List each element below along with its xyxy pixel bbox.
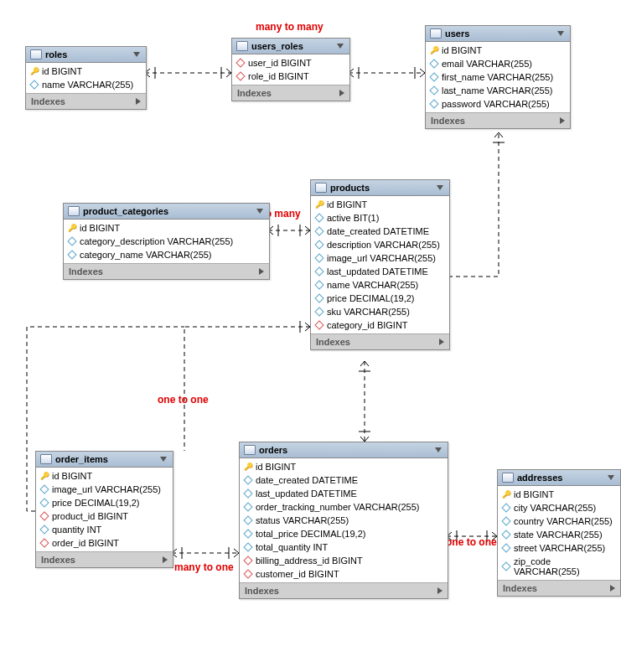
table-addresses[interactable]: addresses id BIGINT city VARCHAR(255) co… xyxy=(497,469,621,597)
diamond-icon xyxy=(40,499,49,507)
diamond-icon xyxy=(430,86,438,95)
diamond-icon xyxy=(244,476,252,484)
column-row: category_id BIGINT xyxy=(311,318,449,332)
chevron-down-icon[interactable] xyxy=(160,457,167,462)
chevron-right-icon xyxy=(339,90,344,96)
column-row: id BIGINT xyxy=(36,469,173,483)
table-columns: id BIGINT image_url VARCHAR(255) price D… xyxy=(36,468,173,551)
key-icon xyxy=(68,224,76,232)
indexes-footer[interactable]: Indexes xyxy=(36,551,173,567)
diamond-icon xyxy=(315,281,323,289)
column-row: product_id BIGINT xyxy=(36,509,173,523)
column-row: id BIGINT xyxy=(240,460,448,473)
table-columns: id BIGINT city VARCHAR(255) country VARC… xyxy=(498,486,620,580)
column-row: price DECIMAL(19,2) xyxy=(311,292,449,305)
table-title: addresses xyxy=(517,473,562,483)
diamond-icon xyxy=(40,512,49,520)
table-product-categories[interactable]: product_categories id BIGINT category_de… xyxy=(63,203,270,280)
er-diagram-canvas: many to many one to many one to one many… xyxy=(0,0,621,672)
indexes-footer[interactable]: Indexes xyxy=(26,93,146,109)
table-icon xyxy=(236,41,248,51)
column-row: order_id BIGINT xyxy=(36,536,173,550)
chevron-right-icon xyxy=(259,268,264,275)
column-row: id BIGINT xyxy=(64,221,269,235)
column-row: last_name VARCHAR(255) xyxy=(426,84,570,97)
chevron-down-icon[interactable] xyxy=(557,31,564,36)
column-row: image_url VARCHAR(255) xyxy=(36,483,173,496)
table-columns: id BIGINT email VARCHAR(255) first_name … xyxy=(426,42,570,112)
column-row: price DECIMAL(19,2) xyxy=(36,496,173,509)
table-title: roles xyxy=(45,49,67,59)
key-icon xyxy=(430,46,438,54)
column-row: status VARCHAR(255) xyxy=(240,514,448,527)
column-row: image_url VARCHAR(255) xyxy=(311,251,449,265)
diamond-icon xyxy=(236,59,245,67)
column-row: name VARCHAR(255) xyxy=(311,278,449,292)
diamond-icon xyxy=(315,214,323,222)
indexes-footer[interactable]: Indexes xyxy=(311,333,449,349)
column-row: country VARCHAR(255) xyxy=(498,514,620,528)
diamond-icon xyxy=(315,308,323,316)
chevron-down-icon[interactable] xyxy=(608,475,614,480)
chevron-down-icon[interactable] xyxy=(437,185,443,190)
table-roles[interactable]: roles id BIGINT name VARCHAR(255) Indexe… xyxy=(25,46,147,110)
column-row: total_quantity INT xyxy=(240,540,448,554)
chevron-right-icon xyxy=(136,98,141,105)
column-row: date_created DATETIME xyxy=(311,225,449,238)
diamond-icon xyxy=(244,516,252,525)
key-icon xyxy=(30,67,39,75)
table-title: products xyxy=(330,183,370,193)
indexes-footer[interactable]: Indexes xyxy=(232,85,349,101)
table-orders[interactable]: orders id BIGINT date_created DATETIME l… xyxy=(239,442,448,599)
table-header[interactable]: users xyxy=(426,26,570,42)
table-header[interactable]: addresses xyxy=(498,470,620,486)
table-title: orders xyxy=(259,445,287,455)
diamond-icon xyxy=(68,237,76,246)
table-order-items[interactable]: order_items id BIGINT image_url VARCHAR(… xyxy=(35,451,173,568)
chevron-down-icon[interactable] xyxy=(337,44,344,49)
column-row: description VARCHAR(255) xyxy=(311,238,449,251)
table-icon xyxy=(315,183,327,193)
table-users[interactable]: users id BIGINT email VARCHAR(255) first… xyxy=(425,25,571,129)
indexes-footer[interactable]: Indexes xyxy=(240,582,448,598)
column-row: user_id BIGINT xyxy=(232,56,349,70)
table-products[interactable]: products id BIGINT active BIT(1) date_cr… xyxy=(310,179,450,350)
chevron-down-icon[interactable] xyxy=(435,447,442,452)
table-columns: user_id BIGINT role_id BIGINT xyxy=(232,54,349,85)
table-header[interactable]: orders xyxy=(240,442,448,458)
diamond-icon xyxy=(430,59,438,68)
diamond-icon xyxy=(315,294,323,302)
indexes-footer[interactable]: Indexes xyxy=(498,580,620,596)
indexes-footer[interactable]: Indexes xyxy=(426,112,570,128)
table-header[interactable]: roles xyxy=(26,47,146,63)
chevron-right-icon xyxy=(610,585,615,592)
table-icon xyxy=(430,28,442,39)
column-row: first_name VARCHAR(255) xyxy=(426,70,570,84)
diamond-icon xyxy=(315,321,323,329)
column-row: order_tracking_number VARCHAR(255) xyxy=(240,500,448,514)
table-header[interactable]: users_roles xyxy=(232,39,349,54)
table-header[interactable]: product_categories xyxy=(64,204,269,220)
table-header[interactable]: products xyxy=(311,180,449,196)
column-row: category_name VARCHAR(255) xyxy=(64,248,269,261)
table-header[interactable]: order_items xyxy=(36,452,173,468)
column-row: id BIGINT xyxy=(311,198,449,211)
diamond-icon xyxy=(244,556,252,565)
chevron-right-icon xyxy=(439,339,444,345)
table-columns: id BIGINT category_description VARCHAR(2… xyxy=(64,220,269,263)
column-row: active BIT(1) xyxy=(311,211,449,225)
chevron-down-icon[interactable] xyxy=(256,209,263,214)
column-row: id BIGINT xyxy=(26,65,146,78)
table-columns: id BIGINT date_created DATETIME last_upd… xyxy=(240,458,448,582)
chevron-right-icon xyxy=(163,556,168,563)
column-row: billing_address_id BIGINT xyxy=(240,554,448,567)
column-row: id BIGINT xyxy=(498,488,620,501)
diamond-icon xyxy=(244,570,252,578)
table-users-roles[interactable]: users_roles user_id BIGINT role_id BIGIN… xyxy=(231,38,350,101)
diamond-icon xyxy=(40,525,49,534)
diamond-icon xyxy=(244,489,252,498)
diamond-icon xyxy=(244,530,252,538)
indexes-footer[interactable]: Indexes xyxy=(64,263,269,279)
chevron-down-icon[interactable] xyxy=(133,52,140,57)
table-title: order_items xyxy=(55,454,108,464)
